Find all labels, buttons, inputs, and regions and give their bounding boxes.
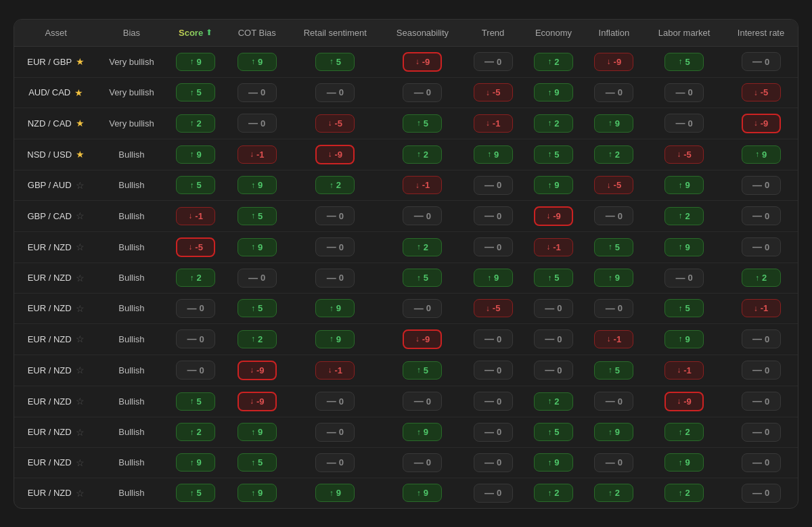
table-row[interactable]: AUD/ CAD ★ Very bullish ↑ 5 — 0 — 0 — 0 … xyxy=(14,77,798,108)
table-row[interactable]: EUR / NZD ☆ Bullish ↑ 2 ↑ 9 — 0 ↑ 9 — 0 … xyxy=(14,417,798,447)
star-icon[interactable]: ☆ xyxy=(76,273,85,283)
cot-cell: ↑ 9 xyxy=(226,46,288,77)
labor-cell: ↑ 5 xyxy=(644,293,724,323)
asset-label: GBP / AUD xyxy=(28,180,72,190)
labor-cell: ↑ 9 xyxy=(644,323,724,354)
value-chip: ↑ 9 xyxy=(403,484,442,502)
value-chip: ↓ -9 xyxy=(403,52,442,72)
value-chip: ↑ 2 xyxy=(742,269,781,287)
trend-cell: — 0 xyxy=(463,323,523,354)
table-row[interactable]: EUR / GBP ★ Very bullish ↑ 9 ↑ 9 ↑ 5 ↓ -… xyxy=(14,46,798,77)
star-icon[interactable]: ☆ xyxy=(76,457,85,468)
star-icon[interactable]: ☆ xyxy=(76,210,85,221)
value-chip: — 0 xyxy=(742,392,781,411)
score-cell: ↑ 2 xyxy=(165,262,225,293)
labor-cell: — 0 xyxy=(644,108,724,139)
bias-cell: Bullish xyxy=(97,170,165,200)
value-chip: ↑ 2 xyxy=(664,423,704,441)
value-chip: — 0 xyxy=(534,299,573,318)
score-cell: ↑ 9 xyxy=(165,447,225,478)
value-chip: ↑ 5 xyxy=(238,207,277,225)
value-chip: ↑ 5 xyxy=(664,53,704,71)
retail-cell: — 0 xyxy=(288,447,382,478)
season-cell: ↑ 9 xyxy=(382,478,463,508)
bias-cell: Bullish xyxy=(97,200,165,231)
score-cell: ↑ 2 xyxy=(165,417,225,447)
star-icon[interactable]: ☆ xyxy=(76,488,85,499)
value-chip: — 0 xyxy=(315,392,355,411)
value-chip: ↑ 5 xyxy=(176,392,215,411)
economy-cell: ↓ -1 xyxy=(523,231,584,262)
value-chip: ↑ 2 xyxy=(403,238,442,256)
value-chip: ↑ 2 xyxy=(534,114,573,133)
value-chip: ↑ 5 xyxy=(403,269,442,287)
table-row[interactable]: GBP / AUD ☆ Bullish ↑ 5 ↑ 9 ↑ 2 ↓ -1 — 0… xyxy=(14,170,798,200)
value-chip: — 0 xyxy=(594,392,633,411)
col-labor: Labor market xyxy=(644,20,724,47)
value-chip: — 0 xyxy=(474,237,513,256)
table-row[interactable]: NZD / CAD ★ Very bullish ↑ 2 — 0 ↓ -5 ↑ … xyxy=(14,108,798,139)
value-chip: ↓ -9 xyxy=(534,206,573,226)
trend-cell: — 0 xyxy=(463,417,523,447)
table-row[interactable]: EUR / NZD ☆ Bullish ↓ -5 ↑ 9 — 0 ↑ 2 — 0… xyxy=(14,231,798,262)
retail-cell: — 0 xyxy=(288,231,382,262)
economy-cell: ↑ 2 xyxy=(523,386,584,417)
score-cell: ↑ 5 xyxy=(165,386,225,417)
value-chip: ↑ 9 xyxy=(664,453,704,472)
star-icon[interactable]: ★ xyxy=(74,87,83,98)
table-row[interactable]: GBP / CAD ☆ Bullish ↓ -1 ↑ 5 — 0 — 0 — 0… xyxy=(14,200,798,231)
star-icon[interactable]: ☆ xyxy=(76,334,85,344)
star-icon[interactable]: ★ xyxy=(76,118,85,129)
value-chip: ↓ -1 xyxy=(664,361,704,380)
value-chip: — 0 xyxy=(474,329,513,348)
season-cell: — 0 xyxy=(382,293,463,323)
interest-cell: — 0 xyxy=(724,323,798,354)
retail-cell: ↑ 5 xyxy=(288,46,382,77)
col-interest: Interest rate xyxy=(724,20,798,47)
asset-label: EUR / NZD xyxy=(28,303,72,313)
table-row[interactable]: EUR / NZD ☆ Bullish — 0 ↑ 2 ↑ 9 ↓ -9 — 0… xyxy=(14,323,798,354)
season-cell: ↑ 9 xyxy=(382,417,463,447)
economy-cell: ↑ 5 xyxy=(523,262,584,293)
asset-cell: EUR / NZD ☆ xyxy=(14,478,97,508)
trend-cell: — 0 xyxy=(463,386,523,417)
table-row[interactable]: EUR / NZD ☆ Bullish — 0 ↑ 5 ↑ 9 — 0 ↓ -5… xyxy=(14,293,798,323)
star-icon[interactable]: ☆ xyxy=(76,180,85,191)
star-icon[interactable]: ★ xyxy=(76,149,85,160)
star-icon[interactable]: ☆ xyxy=(76,365,85,375)
star-icon[interactable]: ☆ xyxy=(76,303,85,314)
star-icon[interactable]: ☆ xyxy=(76,396,85,407)
score-cell: ↑ 5 xyxy=(165,77,225,108)
value-chip: ↑ 9 xyxy=(534,176,573,194)
value-chip: ↑ 2 xyxy=(664,207,704,225)
value-chip: — 0 xyxy=(664,83,704,102)
interest-cell: — 0 xyxy=(724,231,798,262)
table-row[interactable]: EUR / NZD ☆ Bullish — 0 ↓ -9 ↓ -1 ↑ 5 — … xyxy=(14,354,798,386)
season-cell: ↑ 2 xyxy=(382,139,463,170)
score-cell: — 0 xyxy=(165,354,225,386)
table-row[interactable]: NSD / USD ★ Bullish ↑ 9 ↓ -1 ↓ -9 ↑ 2 ↑ … xyxy=(14,139,798,170)
trend-cell: ↓ -5 xyxy=(463,293,523,323)
value-chip: — 0 xyxy=(664,269,704,288)
value-chip: ↓ -9 xyxy=(742,114,781,133)
table-row[interactable]: EUR / NZD ☆ Bullish ↑ 9 ↑ 5 — 0 — 0 — 0 … xyxy=(14,447,798,478)
season-cell: ↑ 5 xyxy=(382,262,463,293)
asset-cell: EUR / NZD ☆ xyxy=(14,386,97,417)
star-icon[interactable]: ☆ xyxy=(76,427,85,438)
trend-cell: — 0 xyxy=(463,170,523,200)
cot-cell: — 0 xyxy=(226,262,288,293)
table-row[interactable]: EUR / NZD ☆ Bullish ↑ 5 ↑ 9 ↑ 9 ↑ 9 — 0 … xyxy=(14,478,798,508)
value-chip: — 0 xyxy=(474,52,513,71)
score-cell: ↓ -1 xyxy=(165,200,225,231)
value-chip: ↑ 2 xyxy=(534,392,573,411)
col-score[interactable]: Score ⬆ xyxy=(165,20,225,47)
star-icon[interactable]: ★ xyxy=(76,56,85,67)
star-icon[interactable]: ☆ xyxy=(76,242,85,252)
table-row[interactable]: EUR / NZD ☆ Bullish ↑ 5 ↓ -9 — 0 — 0 — 0… xyxy=(14,386,798,417)
table-row[interactable]: EUR / NZD ☆ Bullish ↑ 2 — 0 — 0 ↑ 5 ↑ 9 … xyxy=(14,262,798,293)
value-chip: ↑ 5 xyxy=(176,83,215,101)
season-cell: ↑ 5 xyxy=(382,354,463,386)
trend-cell: ↑ 9 xyxy=(463,139,523,170)
value-chip: ↑ 9 xyxy=(474,145,513,164)
value-chip: — 0 xyxy=(664,114,704,133)
